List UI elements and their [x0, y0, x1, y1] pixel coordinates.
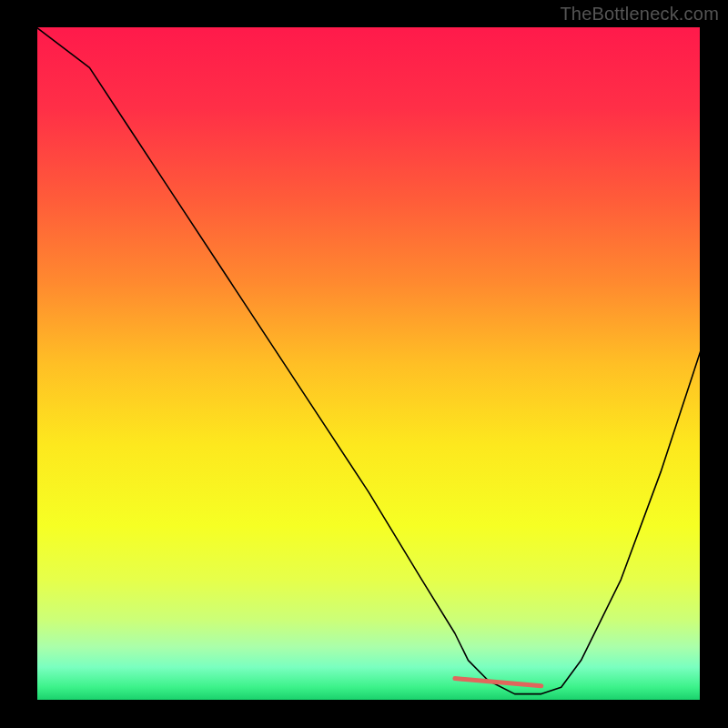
gradient-background: [36, 27, 701, 701]
watermark-text: TheBottleneck.com: [560, 4, 719, 25]
bottleneck-chart: [0, 0, 728, 728]
chart-wrapper: TheBottleneck.com: [0, 0, 728, 728]
